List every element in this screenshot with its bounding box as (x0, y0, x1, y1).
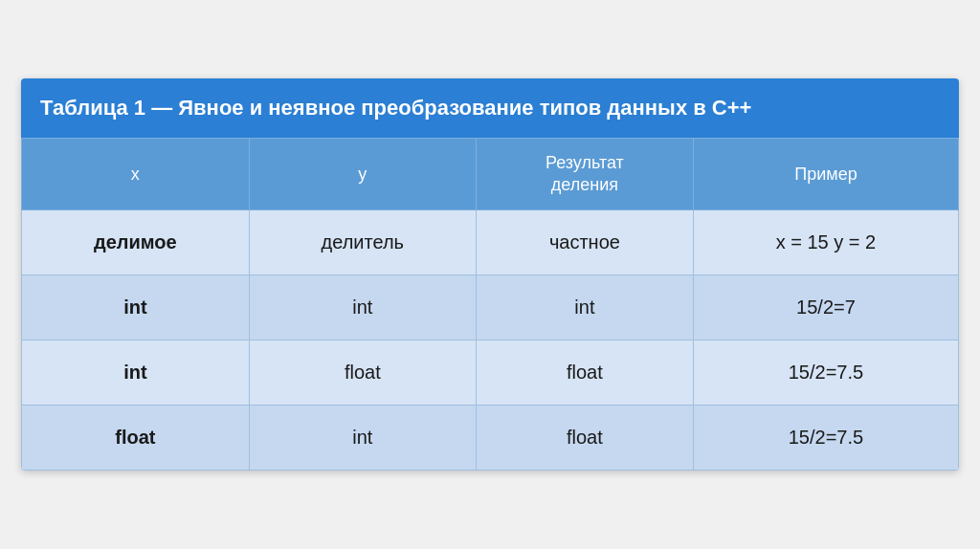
table-row: float int float 15/2=7.5 (22, 406, 959, 471)
cell-result-2: float (476, 340, 693, 406)
data-table: x y Результат деления Пример делимое дел… (21, 138, 959, 472)
cell-result-3: float (476, 406, 693, 471)
table-body: делимое делитель частное x = 15 y = 2 in… (22, 210, 959, 471)
cell-result-1: int (476, 275, 693, 340)
col-header-example: Пример (693, 138, 958, 210)
cell-result-0: частное (476, 210, 693, 275)
cell-y-2: float (249, 340, 476, 406)
cell-x-0: делимое (22, 210, 250, 275)
result-label: Результат деления (546, 153, 624, 194)
cell-example-0: x = 15 y = 2 (693, 210, 958, 275)
cell-y-0: делитель (249, 210, 476, 275)
cell-example-1: 15/2=7 (693, 275, 958, 340)
col-header-y: y (249, 138, 476, 210)
table-row: int int int 15/2=7 (22, 275, 959, 340)
table-row: делимое делитель частное x = 15 y = 2 (22, 210, 959, 275)
cell-example-3: 15/2=7.5 (693, 406, 958, 471)
cell-x-3: float (22, 406, 250, 471)
table-title: Таблица 1 — Явное и неявное преобразован… (21, 78, 959, 138)
table-container: Таблица 1 — Явное и неявное преобразован… (21, 78, 959, 472)
table-header-row: x y Результат деления Пример (22, 138, 959, 210)
cell-x-2: int (22, 340, 250, 406)
cell-x-1: int (22, 275, 250, 340)
col-header-x: x (22, 138, 250, 210)
cell-y-3: int (249, 406, 476, 471)
cell-example-2: 15/2=7.5 (693, 340, 958, 406)
col-header-result: Результат деления (476, 138, 693, 210)
table-row: int float float 15/2=7.5 (22, 340, 959, 406)
cell-y-1: int (249, 275, 476, 340)
